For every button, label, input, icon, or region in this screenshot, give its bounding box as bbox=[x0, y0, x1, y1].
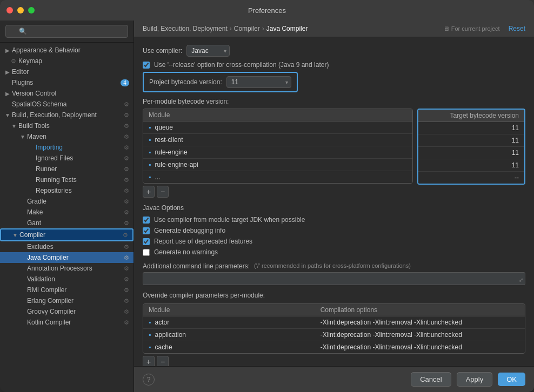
module-icon: ▪ bbox=[149, 161, 151, 168]
table-row[interactable]: ▪ cache -Xlint:deprecation -Xlint:remova… bbox=[143, 341, 525, 354]
cancel-button[interactable]: Cancel bbox=[411, 372, 451, 387]
sidebar-item-runner[interactable]: ▶ Runner ⚙ bbox=[0, 164, 134, 174]
module-icon: ▪ bbox=[149, 148, 151, 156]
sidebar-item-label: Appearance & Behavior bbox=[12, 46, 81, 54]
remove-override-button[interactable]: − bbox=[157, 356, 169, 366]
sidebar-item-gant[interactable]: ▶ Gant ⚙ bbox=[0, 218, 134, 228]
gear-icon: ⚙ bbox=[124, 144, 129, 151]
module-icon: ▪ bbox=[149, 331, 151, 339]
module-name-text: actor bbox=[155, 319, 170, 326]
gear-icon: ⚙ bbox=[124, 112, 129, 119]
gear-icon: ⚙ bbox=[124, 177, 129, 184]
ok-button[interactable]: OK bbox=[498, 373, 525, 386]
sidebar-item-editor[interactable]: ▶ Editor bbox=[0, 66, 134, 77]
sidebar-list: ▶ Appearance & Behavior ⚙ Keymap ▶ Edito… bbox=[0, 43, 134, 392]
sidebar-item-annotation-processors[interactable]: ▶ Annotation Processors ⚙ bbox=[0, 263, 134, 274]
table-row[interactable]: ▪ queue bbox=[143, 121, 412, 134]
arrow-icon: ▶ bbox=[4, 69, 11, 75]
sidebar-item-make[interactable]: ▶ Make ⚙ bbox=[0, 207, 134, 218]
javac-option-2: Report use of deprecated features bbox=[143, 238, 525, 245]
module-icon: ▪ bbox=[149, 173, 151, 181]
sidebar-item-groovy-compiler[interactable]: ▶ Groovy Compiler ⚙ bbox=[0, 306, 134, 317]
javac-option-checkbox-3[interactable] bbox=[143, 249, 150, 256]
sidebar-item-excludes[interactable]: ▶ Excludes ⚙ bbox=[0, 241, 134, 252]
sidebar-item-importing[interactable]: ▶ Importing ⚙ bbox=[0, 142, 134, 153]
use-compiler-select[interactable]: Javac Eclipse Ajc bbox=[186, 45, 230, 57]
sidebar-item-label: Validation bbox=[27, 275, 55, 283]
arrow-icon: ▼ bbox=[19, 133, 26, 140]
table-row[interactable]: ▪ application -Xlint:deprecation -Xlint:… bbox=[143, 329, 525, 341]
close-button[interactable] bbox=[6, 7, 13, 13]
add-override-button[interactable]: + bbox=[143, 356, 155, 366]
sidebar-item-label: Excludes bbox=[27, 243, 54, 251]
table-row[interactable]: ▪ ... bbox=[143, 171, 412, 184]
per-module-layout: Module ▪ queue bbox=[143, 109, 525, 198]
table-row[interactable]: ▪ actor -Xlint:deprecation -Xlint:remova… bbox=[143, 316, 525, 329]
table-row: 11 bbox=[418, 159, 524, 172]
main-scrollable-content: Use compiler: Javac Eclipse Ajc ▾ Use '-… bbox=[134, 37, 534, 366]
maximize-button[interactable] bbox=[28, 7, 35, 13]
sidebar-item-maven[interactable]: ▼ Maven ⚙ bbox=[0, 131, 134, 142]
arrow-icon: ▼ bbox=[4, 112, 11, 118]
breadcrumb-part1: Build, Execution, Deployment bbox=[143, 25, 228, 32]
sidebar-item-build-tools[interactable]: ▼ Build Tools ⚙ bbox=[0, 120, 134, 131]
breadcrumb-current: Java Compiler bbox=[266, 25, 308, 32]
sidebar-item-label: Maven bbox=[27, 133, 46, 140]
override-col-module: Module bbox=[143, 304, 315, 316]
reset-button[interactable]: Reset bbox=[509, 25, 525, 32]
per-module-table-buttons: + − bbox=[143, 186, 413, 198]
search-input[interactable] bbox=[5, 25, 128, 38]
bytecode-value: 11 bbox=[418, 159, 524, 172]
table-row[interactable]: ▪ rule-engine bbox=[143, 146, 412, 159]
sidebar-item-repositories[interactable]: ▶ Repositories ⚙ bbox=[0, 185, 134, 196]
javac-section-label: Javac Options bbox=[143, 204, 525, 212]
javac-option-label-1: Generate debugging info bbox=[154, 227, 225, 234]
override-module-name: ▪ application bbox=[143, 329, 315, 341]
release-option-checkbox[interactable] bbox=[143, 62, 150, 69]
javac-option-checkbox-2[interactable] bbox=[143, 238, 150, 245]
bytecode-version-select[interactable]: 8 9 10 11 12 13 bbox=[226, 76, 291, 88]
sidebar-item-label: Annotation Processors bbox=[27, 265, 92, 272]
override-options: -Xlint:deprecation -Xlint:removal -Xlint… bbox=[315, 341, 525, 354]
sidebar-item-appearance[interactable]: ▶ Appearance & Behavior bbox=[0, 45, 134, 56]
javac-option-checkbox-1[interactable] bbox=[143, 227, 150, 234]
sidebar-item-gradle[interactable]: ▶ Gradle ⚙ bbox=[0, 196, 134, 207]
sidebar-item-keymap[interactable]: ⚙ Keymap bbox=[0, 56, 134, 66]
help-button[interactable]: ? bbox=[143, 374, 155, 386]
sidebar-item-compiler[interactable]: ▼ Compiler ⚙ bbox=[0, 228, 134, 241]
sidebar-item-ignored-files[interactable]: ▶ Ignored Files ⚙ bbox=[0, 153, 134, 164]
apply-button[interactable]: Apply bbox=[457, 372, 493, 387]
sidebar-item-validation[interactable]: ▶ Validation ⚙ bbox=[0, 274, 134, 285]
add-module-button[interactable]: + bbox=[143, 186, 155, 198]
breadcrumb-arrow1: › bbox=[230, 25, 232, 32]
table-row[interactable]: ▪ rest-client bbox=[143, 134, 412, 146]
override-label: Override compiler parameters per-module: bbox=[143, 292, 525, 299]
sidebar-item-build-exec[interactable]: ▼ Build, Execution, Deployment ⚙ bbox=[0, 110, 134, 120]
sidebar-item-erlang-compiler[interactable]: ▶ Erlang Compiler ⚙ bbox=[0, 295, 134, 306]
sidebar-item-running-tests[interactable]: ▶ Running Tests ⚙ bbox=[0, 174, 134, 185]
module-name: ▪ rule-engine bbox=[143, 146, 412, 159]
sidebar-item-java-compiler[interactable]: ▶ Java Compiler ⚙ bbox=[0, 252, 134, 263]
sidebar-item-rmi-compiler[interactable]: ▶ RMI Compiler ⚙ bbox=[0, 285, 134, 295]
additional-params-input[interactable] bbox=[143, 272, 525, 285]
bytecode-version-box: Project bytecode version: 8 9 10 11 12 1… bbox=[143, 72, 298, 92]
gear-icon: ⚙ bbox=[124, 287, 129, 294]
bytecode-version-table: Target bytecode version 11 11 bbox=[418, 110, 524, 184]
sidebar-item-label: Version Control bbox=[12, 90, 56, 97]
minimize-button[interactable] bbox=[17, 7, 24, 13]
bytecode-version-table-area: Target bytecode version 11 11 bbox=[417, 109, 525, 198]
sidebar-item-kotlin-compiler[interactable]: ▶ Kotlin Compiler ⚙ bbox=[0, 317, 134, 328]
sidebar-item-spatialos[interactable]: ▶ SpatialOS Schema ⚙ bbox=[0, 99, 134, 110]
javac-option-checkbox-0[interactable] bbox=[143, 217, 150, 224]
override-options: -Xlint:deprecation -Xlint:removal -Xlint… bbox=[315, 316, 525, 329]
table-row[interactable]: ▪ rule-engine-api bbox=[143, 159, 412, 171]
use-compiler-row: Use compiler: Javac Eclipse Ajc ▾ bbox=[143, 45, 525, 57]
remove-module-button[interactable]: − bbox=[157, 186, 169, 198]
bytecode-version-select-wrap: 8 9 10 11 12 13 ▾ bbox=[226, 76, 291, 88]
module-icon: ▪ bbox=[149, 319, 151, 326]
sidebar-item-version-control[interactable]: ▶ Version Control bbox=[0, 88, 134, 99]
sidebar-item-label: Repositories bbox=[36, 187, 72, 194]
sidebar-item-label: Gradle bbox=[27, 198, 46, 205]
sidebar-item-plugins[interactable]: ▶ Plugins 4 bbox=[0, 77, 134, 88]
window-controls bbox=[6, 7, 35, 13]
